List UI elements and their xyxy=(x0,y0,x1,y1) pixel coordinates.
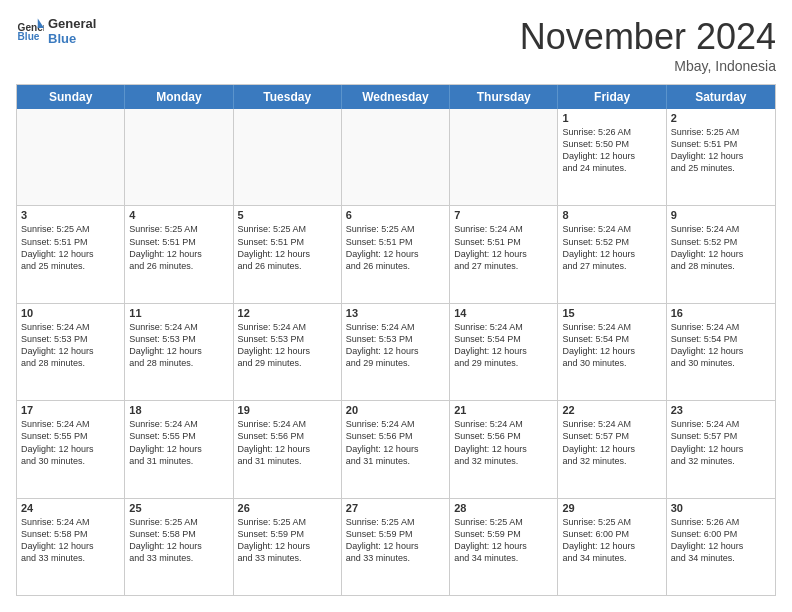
day-number: 15 xyxy=(562,307,661,319)
day-info: Sunrise: 5:24 AM Sunset: 5:58 PM Dayligh… xyxy=(21,516,120,565)
day-info: Sunrise: 5:25 AM Sunset: 5:51 PM Dayligh… xyxy=(671,126,771,175)
day-info: Sunrise: 5:25 AM Sunset: 5:51 PM Dayligh… xyxy=(238,223,337,272)
day-number: 10 xyxy=(21,307,120,319)
day-cell-6: 6Sunrise: 5:25 AM Sunset: 5:51 PM Daylig… xyxy=(342,206,450,302)
calendar-row-3: 17Sunrise: 5:24 AM Sunset: 5:55 PM Dayli… xyxy=(17,400,775,497)
day-info: Sunrise: 5:24 AM Sunset: 5:56 PM Dayligh… xyxy=(238,418,337,467)
day-cell-19: 19Sunrise: 5:24 AM Sunset: 5:56 PM Dayli… xyxy=(234,401,342,497)
day-info: Sunrise: 5:24 AM Sunset: 5:56 PM Dayligh… xyxy=(454,418,553,467)
day-info: Sunrise: 5:24 AM Sunset: 5:57 PM Dayligh… xyxy=(562,418,661,467)
header-day-sunday: Sunday xyxy=(17,85,125,109)
day-cell-25: 25Sunrise: 5:25 AM Sunset: 5:58 PM Dayli… xyxy=(125,499,233,595)
day-number: 24 xyxy=(21,502,120,514)
day-cell-15: 15Sunrise: 5:24 AM Sunset: 5:54 PM Dayli… xyxy=(558,304,666,400)
empty-cell-0-0 xyxy=(17,109,125,205)
day-info: Sunrise: 5:26 AM Sunset: 6:00 PM Dayligh… xyxy=(671,516,771,565)
day-info: Sunrise: 5:24 AM Sunset: 5:53 PM Dayligh… xyxy=(238,321,337,370)
location: Mbay, Indonesia xyxy=(520,58,776,74)
day-number: 6 xyxy=(346,209,445,221)
day-cell-4: 4Sunrise: 5:25 AM Sunset: 5:51 PM Daylig… xyxy=(125,206,233,302)
day-number: 18 xyxy=(129,404,228,416)
header-day-tuesday: Tuesday xyxy=(234,85,342,109)
day-info: Sunrise: 5:25 AM Sunset: 5:51 PM Dayligh… xyxy=(346,223,445,272)
day-cell-29: 29Sunrise: 5:25 AM Sunset: 6:00 PM Dayli… xyxy=(558,499,666,595)
day-cell-3: 3Sunrise: 5:25 AM Sunset: 5:51 PM Daylig… xyxy=(17,206,125,302)
day-info: Sunrise: 5:24 AM Sunset: 5:56 PM Dayligh… xyxy=(346,418,445,467)
day-info: Sunrise: 5:24 AM Sunset: 5:55 PM Dayligh… xyxy=(21,418,120,467)
day-info: Sunrise: 5:25 AM Sunset: 5:58 PM Dayligh… xyxy=(129,516,228,565)
day-number: 8 xyxy=(562,209,661,221)
title-block: November 2024 Mbay, Indonesia xyxy=(520,16,776,74)
day-info: Sunrise: 5:24 AM Sunset: 5:53 PM Dayligh… xyxy=(346,321,445,370)
day-number: 3 xyxy=(21,209,120,221)
day-cell-20: 20Sunrise: 5:24 AM Sunset: 5:56 PM Dayli… xyxy=(342,401,450,497)
day-info: Sunrise: 5:25 AM Sunset: 5:59 PM Dayligh… xyxy=(346,516,445,565)
day-cell-16: 16Sunrise: 5:24 AM Sunset: 5:54 PM Dayli… xyxy=(667,304,775,400)
calendar-row-2: 10Sunrise: 5:24 AM Sunset: 5:53 PM Dayli… xyxy=(17,303,775,400)
month-title: November 2024 xyxy=(520,16,776,58)
day-info: Sunrise: 5:25 AM Sunset: 5:51 PM Dayligh… xyxy=(129,223,228,272)
day-cell-8: 8Sunrise: 5:24 AM Sunset: 5:52 PM Daylig… xyxy=(558,206,666,302)
header-day-friday: Friday xyxy=(558,85,666,109)
day-cell-9: 9Sunrise: 5:24 AM Sunset: 5:52 PM Daylig… xyxy=(667,206,775,302)
day-cell-23: 23Sunrise: 5:24 AM Sunset: 5:57 PM Dayli… xyxy=(667,401,775,497)
day-info: Sunrise: 5:24 AM Sunset: 5:51 PM Dayligh… xyxy=(454,223,553,272)
day-cell-30: 30Sunrise: 5:26 AM Sunset: 6:00 PM Dayli… xyxy=(667,499,775,595)
day-cell-28: 28Sunrise: 5:25 AM Sunset: 5:59 PM Dayli… xyxy=(450,499,558,595)
day-info: Sunrise: 5:25 AM Sunset: 5:59 PM Dayligh… xyxy=(454,516,553,565)
day-cell-14: 14Sunrise: 5:24 AM Sunset: 5:54 PM Dayli… xyxy=(450,304,558,400)
day-number: 9 xyxy=(671,209,771,221)
day-number: 30 xyxy=(671,502,771,514)
header-day-monday: Monday xyxy=(125,85,233,109)
day-info: Sunrise: 5:24 AM Sunset: 5:54 PM Dayligh… xyxy=(454,321,553,370)
day-number: 19 xyxy=(238,404,337,416)
empty-cell-0-3 xyxy=(342,109,450,205)
day-number: 2 xyxy=(671,112,771,124)
logo-text-line2: Blue xyxy=(48,31,96,46)
day-number: 29 xyxy=(562,502,661,514)
day-number: 5 xyxy=(238,209,337,221)
empty-cell-0-2 xyxy=(234,109,342,205)
day-number: 7 xyxy=(454,209,553,221)
day-number: 11 xyxy=(129,307,228,319)
day-number: 1 xyxy=(562,112,661,124)
logo-icon: General Blue xyxy=(16,17,44,45)
day-cell-27: 27Sunrise: 5:25 AM Sunset: 5:59 PM Dayli… xyxy=(342,499,450,595)
day-cell-10: 10Sunrise: 5:24 AM Sunset: 5:53 PM Dayli… xyxy=(17,304,125,400)
day-info: Sunrise: 5:24 AM Sunset: 5:55 PM Dayligh… xyxy=(129,418,228,467)
day-number: 25 xyxy=(129,502,228,514)
day-cell-18: 18Sunrise: 5:24 AM Sunset: 5:55 PM Dayli… xyxy=(125,401,233,497)
page-header: General Blue General Blue November 2024 … xyxy=(16,16,776,74)
empty-cell-0-1 xyxy=(125,109,233,205)
calendar-header: SundayMondayTuesdayWednesdayThursdayFrid… xyxy=(17,85,775,109)
day-info: Sunrise: 5:25 AM Sunset: 6:00 PM Dayligh… xyxy=(562,516,661,565)
day-cell-7: 7Sunrise: 5:24 AM Sunset: 5:51 PM Daylig… xyxy=(450,206,558,302)
day-cell-26: 26Sunrise: 5:25 AM Sunset: 5:59 PM Dayli… xyxy=(234,499,342,595)
day-info: Sunrise: 5:25 AM Sunset: 5:59 PM Dayligh… xyxy=(238,516,337,565)
calendar: SundayMondayTuesdayWednesdayThursdayFrid… xyxy=(16,84,776,596)
day-number: 22 xyxy=(562,404,661,416)
day-cell-1: 1Sunrise: 5:26 AM Sunset: 5:50 PM Daylig… xyxy=(558,109,666,205)
logo: General Blue General Blue xyxy=(16,16,96,46)
calendar-row-4: 24Sunrise: 5:24 AM Sunset: 5:58 PM Dayli… xyxy=(17,498,775,595)
day-number: 28 xyxy=(454,502,553,514)
header-day-wednesday: Wednesday xyxy=(342,85,450,109)
day-cell-2: 2Sunrise: 5:25 AM Sunset: 5:51 PM Daylig… xyxy=(667,109,775,205)
day-cell-24: 24Sunrise: 5:24 AM Sunset: 5:58 PM Dayli… xyxy=(17,499,125,595)
day-number: 12 xyxy=(238,307,337,319)
day-number: 13 xyxy=(346,307,445,319)
day-info: Sunrise: 5:24 AM Sunset: 5:57 PM Dayligh… xyxy=(671,418,771,467)
day-number: 23 xyxy=(671,404,771,416)
day-cell-11: 11Sunrise: 5:24 AM Sunset: 5:53 PM Dayli… xyxy=(125,304,233,400)
day-cell-13: 13Sunrise: 5:24 AM Sunset: 5:53 PM Dayli… xyxy=(342,304,450,400)
header-day-thursday: Thursday xyxy=(450,85,558,109)
day-info: Sunrise: 5:24 AM Sunset: 5:52 PM Dayligh… xyxy=(671,223,771,272)
day-info: Sunrise: 5:25 AM Sunset: 5:51 PM Dayligh… xyxy=(21,223,120,272)
logo-text-line1: General xyxy=(48,16,96,31)
day-cell-5: 5Sunrise: 5:25 AM Sunset: 5:51 PM Daylig… xyxy=(234,206,342,302)
day-number: 17 xyxy=(21,404,120,416)
day-number: 16 xyxy=(671,307,771,319)
day-cell-12: 12Sunrise: 5:24 AM Sunset: 5:53 PM Dayli… xyxy=(234,304,342,400)
day-number: 26 xyxy=(238,502,337,514)
day-info: Sunrise: 5:24 AM Sunset: 5:54 PM Dayligh… xyxy=(671,321,771,370)
